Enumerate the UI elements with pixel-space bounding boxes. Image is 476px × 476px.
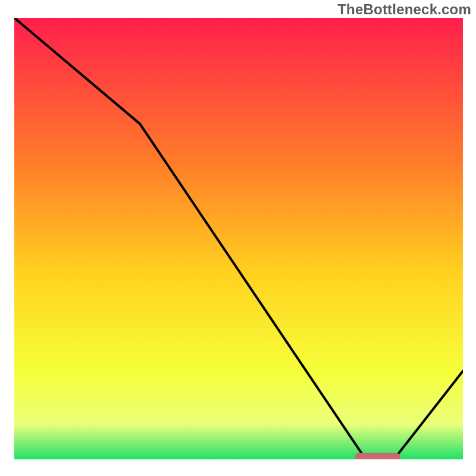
frame-right <box>463 0 476 476</box>
frame-left <box>0 0 14 476</box>
watermark-label: TheBottleneck.com <box>337 1 471 18</box>
chart-stage: TheBottleneck.com <box>0 0 476 476</box>
bottleneck-chart <box>0 0 476 476</box>
frame-bottom <box>0 459 476 476</box>
heat-gradient <box>14 18 463 459</box>
